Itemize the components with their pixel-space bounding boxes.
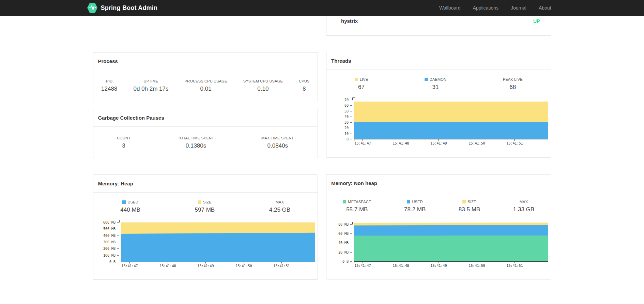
stat-value: 12488: [101, 86, 117, 92]
stat-cpus: CPUS 8: [299, 79, 309, 92]
stat-heap-max: MAX 4.25 GB: [269, 200, 290, 213]
svg-text:0: 0: [347, 137, 349, 141]
stat-label: UPTIME: [133, 79, 168, 83]
stat-label: USED: [404, 200, 426, 204]
threads-card-title: Threads: [326, 52, 551, 70]
svg-text:15:41:49: 15:41:49: [431, 264, 447, 268]
svg-text:40 MB: 40 MB: [338, 241, 349, 245]
stat-value: 0.01: [185, 86, 227, 92]
nav-item-wallboard[interactable]: Wallboard: [439, 5, 461, 11]
stat-label: SYSTEM CPU USAGE: [243, 79, 283, 83]
svg-text:400 MB: 400 MB: [103, 234, 116, 238]
service-name: hystrix: [341, 18, 358, 24]
memory-nonheap-card-title: Memory: Non heap: [326, 174, 551, 192]
gc-card-title: Garbage Collection Pauses: [93, 109, 318, 127]
stat-value: 440 MB: [120, 207, 140, 213]
svg-text:80 MB: 80 MB: [338, 223, 349, 226]
svg-text:15:41:51: 15:41:51: [507, 264, 523, 268]
service-status-badge: UP: [533, 18, 540, 24]
nav-item-applications[interactable]: Applications: [473, 5, 499, 11]
stat-nonheap-size: SIZE 83.5 MB: [459, 200, 480, 213]
stat-value: 55.7 MB: [343, 206, 371, 213]
svg-text:500 MB: 500 MB: [103, 227, 116, 231]
stat-value: 31: [425, 84, 446, 91]
gc-card: Garbage Collection Pauses COUNT 3 TOTAL …: [93, 109, 318, 158]
stat-pid: PID 12488: [101, 79, 117, 92]
svg-text:15:41:50: 15:41:50: [235, 264, 252, 268]
stat-label: MAX: [513, 200, 534, 204]
stat-label: SIZE: [459, 200, 480, 204]
navbar: Spring Boot Admin Wallboard Applications…: [0, 0, 644, 16]
stat-label: PROCESS CPU USAGE: [185, 79, 227, 83]
svg-text:70: 70: [344, 98, 349, 102]
svg-text:0 B: 0 B: [109, 260, 116, 264]
svg-text:15:41:47: 15:41:47: [355, 141, 371, 145]
threads-chart: 01020304050607015:41:4715:41:4815:41:491…: [328, 95, 549, 147]
legend-swatch-size: [198, 200, 201, 204]
stat-value: 0d 0h 2m 17s: [133, 86, 168, 92]
stat-value: 597 MB: [195, 207, 215, 213]
legend-swatch-metaspace: [343, 200, 346, 203]
memory-nonheap-legend: METASPACE 55.7 MB USED 78.2 MB SIZE 83.5…: [326, 192, 551, 216]
svg-text:15:41:50: 15:41:50: [469, 141, 485, 145]
gc-stats: COUNT 3 TOTAL TIME SPENT 0.1380s MAX TIM…: [93, 127, 318, 158]
left-column: Process PID 12488 UPTIME 0d 0h 2m 17s PR…: [93, 16, 318, 280]
app-logo-icon: [87, 2, 97, 13]
legend-swatch-daemon: [425, 78, 428, 81]
memory-nonheap-card: Memory: Non heap METASPACE 55.7 MB USED …: [326, 174, 551, 279]
stat-nonheap-max: MAX 1.33 GB: [513, 200, 534, 213]
svg-text:15:41:51: 15:41:51: [273, 264, 290, 268]
stat-label: SIZE: [195, 200, 215, 204]
stat-heap-size: SIZE 597 MB: [195, 200, 215, 213]
stat-threads-daemon: DAEMON 31: [425, 77, 446, 91]
legend-swatch-live: [355, 78, 358, 81]
stat-label: USED: [120, 200, 140, 204]
nav-item-about[interactable]: About: [539, 5, 551, 11]
memory-heap-legend: USED 440 MB SIZE 597 MB MAX 4.25 GB: [93, 193, 318, 217]
stat-system-cpu: SYSTEM CPU USAGE 0.10: [243, 79, 283, 92]
stat-heap-used: USED 440 MB: [120, 200, 140, 213]
svg-text:15:41:47: 15:41:47: [121, 264, 138, 268]
main-content: Process PID 12488 UPTIME 0d 0h 2m 17s PR…: [93, 16, 551, 280]
service-status-card: hystrix UP: [326, 16, 551, 36]
stat-gc-total-time: TOTAL TIME SPENT 0.1380s: [178, 136, 214, 149]
svg-text:100 MB: 100 MB: [103, 254, 116, 257]
svg-text:40: 40: [344, 115, 349, 119]
brand[interactable]: Spring Boot Admin: [87, 2, 158, 13]
stat-nonheap-used: USED 78.2 MB: [404, 200, 426, 213]
svg-text:60 MB: 60 MB: [338, 232, 349, 235]
svg-text:200 MB: 200 MB: [103, 247, 116, 250]
stat-value: 0.10: [243, 86, 283, 92]
svg-text:15:41:48: 15:41:48: [393, 264, 409, 268]
svg-text:300 MB: 300 MB: [103, 240, 116, 244]
right-column: hystrix UP Threads LIVE 67 DAEMON 31: [326, 16, 551, 279]
stat-value: 67: [355, 84, 368, 91]
process-stats: PID 12488 UPTIME 0d 0h 2m 17s PROCESS CP…: [93, 70, 318, 101]
service-row[interactable]: hystrix UP: [336, 16, 542, 27]
stat-label: DAEMON: [425, 77, 446, 81]
stat-uptime: UPTIME 0d 0h 2m 17s: [133, 79, 168, 92]
stat-label: LIVE: [355, 77, 368, 81]
svg-text:15:41:49: 15:41:49: [431, 141, 447, 145]
svg-text:50: 50: [344, 109, 349, 113]
svg-text:10: 10: [344, 132, 349, 136]
stat-threads-peak: PEAK LIVE 68: [503, 77, 523, 91]
legend-swatch-used: [407, 200, 410, 203]
svg-text:0 B: 0 B: [342, 260, 349, 263]
stat-label: MAX TIME SPENT: [261, 136, 294, 140]
stat-gc-max-time: MAX TIME SPENT 0.0840s: [261, 136, 294, 149]
stat-value: 0.1380s: [178, 142, 214, 149]
svg-text:600 MB: 600 MB: [103, 221, 116, 224]
svg-text:60: 60: [344, 104, 349, 107]
memory-heap-card: Memory: Heap USED 440 MB SIZE 597 MB MAX: [93, 174, 318, 280]
stat-label: PEAK LIVE: [503, 77, 523, 81]
nav-item-journal[interactable]: Journal: [511, 5, 526, 11]
stat-gc-count: COUNT 3: [117, 136, 131, 149]
stat-value: 68: [503, 84, 523, 91]
legend-swatch-size: [462, 200, 466, 203]
svg-text:15:41:48: 15:41:48: [393, 141, 409, 145]
stat-threads-live: LIVE 67: [355, 77, 368, 91]
svg-text:15:41:49: 15:41:49: [197, 264, 214, 268]
stat-value: 1.33 GB: [513, 206, 534, 213]
svg-text:15:41:51: 15:41:51: [507, 141, 523, 145]
